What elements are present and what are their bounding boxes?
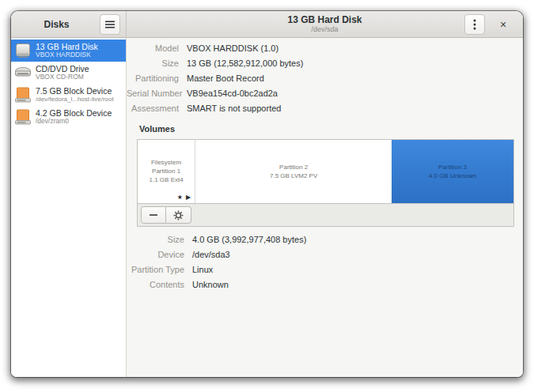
window-body: 13 GB Hard Disk VBOX HARDDISK CD/DVD Dri bbox=[11, 38, 523, 377]
info-label: Partition Type bbox=[127, 265, 184, 275]
partition-line: 1.1 GB Ext4 bbox=[150, 176, 184, 184]
partition-flags-icons: ★ ▶ bbox=[177, 194, 192, 202]
partition-2[interactable]: Partition 2 7.5 GB LVM2 PV bbox=[195, 140, 392, 203]
delete-partition-button[interactable] bbox=[141, 206, 166, 224]
partition-1[interactable]: Filesystem Partition 1 1.1 GB Ext4 ★ ▶ bbox=[138, 140, 195, 203]
drive-info-grid: Model VBOX HARDDISK (1.0) Size 13 GB (12… bbox=[127, 43, 523, 114]
serial-number-value: VB9ea154cd-0bc2ad2a bbox=[187, 89, 523, 99]
header-bar: Disks 13 GB Hard Disk /dev/sda bbox=[11, 11, 523, 38]
device-path-value: /dev/sda3 bbox=[192, 250, 523, 260]
sidebar-item-block-device-7-5[interactable]: 7.5 GB Block Device /dev/fedora_l...host… bbox=[11, 84, 126, 106]
device-subtitle: VBOX HARDDISK bbox=[36, 51, 98, 59]
info-label: Partitioning bbox=[127, 74, 179, 84]
info-label: Device bbox=[127, 250, 184, 260]
drive-details-pane: Model VBOX HARDDISK (1.0) Size 13 GB (12… bbox=[127, 38, 523, 377]
assessment-value: SMART is not supported bbox=[187, 104, 523, 114]
info-label: Size bbox=[127, 235, 184, 245]
partition-diagram: Filesystem Partition 1 1.1 GB Ext4 ★ ▶ P… bbox=[137, 139, 514, 204]
sidebar-item-text: 7.5 GB Block Device /dev/fedora_l...host… bbox=[36, 86, 114, 103]
sidebar-item-text: CD/DVD Drive VBOX CD-ROM bbox=[36, 64, 89, 81]
partition-line: 4.0 GB Unknown bbox=[429, 172, 476, 180]
block-device-icon bbox=[13, 85, 32, 104]
partition-line: Partition 1 bbox=[152, 168, 180, 175]
drive-header: 13 GB Hard Disk /dev/sda × bbox=[127, 11, 523, 37]
size-value: 13 GB (12,582,912,000 bytes) bbox=[187, 58, 523, 69]
sidebar-header: Disks bbox=[11, 11, 127, 37]
info-label: Assessment bbox=[127, 104, 179, 114]
device-subtitle: VBOX CD-ROM bbox=[36, 74, 89, 81]
model-value: VBOX HARDDISK (1.0) bbox=[187, 43, 523, 54]
sidebar-item-block-device-4-2[interactable]: 4.2 GB Block Device /dev/zram0 bbox=[11, 106, 126, 128]
device-title: 4.2 GB Block Device bbox=[36, 108, 112, 118]
window-title: 13 GB Hard Disk bbox=[287, 14, 362, 25]
drive-menu-button[interactable] bbox=[464, 14, 485, 35]
app-title: Disks bbox=[44, 19, 69, 30]
minus-icon bbox=[150, 211, 157, 219]
hard-disk-icon bbox=[13, 41, 32, 60]
info-label: Model bbox=[127, 43, 179, 54]
partitioning-value: Master Boot Record bbox=[187, 74, 523, 84]
sidebar-item-text: 4.2 GB Block Device /dev/zram0 bbox=[36, 108, 112, 126]
sidebar-item-text: 13 GB Hard Disk VBOX HARDDISK bbox=[36, 42, 98, 59]
sidebar-item-hard-disk[interactable]: 13 GB Hard Disk VBOX HARDDISK bbox=[11, 40, 126, 62]
device-subtitle: /dev/zram0 bbox=[36, 118, 112, 126]
partition-line: Partition 2 bbox=[279, 164, 308, 172]
partition-options-button[interactable] bbox=[166, 206, 191, 224]
window-subtitle: /dev/sda bbox=[287, 25, 362, 34]
block-device-icon bbox=[13, 107, 32, 126]
drive-title-block: 13 GB Hard Disk /dev/sda bbox=[287, 14, 362, 34]
app-menu-button[interactable] bbox=[100, 14, 120, 35]
volumes-toolbar bbox=[137, 204, 514, 227]
volume-size-value: 4.0 GB (3,992,977,408 bytes) bbox=[192, 235, 523, 245]
volume-info-grid: Size 4.0 GB (3,992,977,408 bytes) Device… bbox=[127, 235, 523, 290]
device-subtitle: /dev/fedora_l...host-live/root bbox=[36, 96, 114, 103]
partition-3[interactable]: Partition 3 4.0 GB Unknown bbox=[392, 140, 513, 203]
info-label: Size bbox=[127, 58, 179, 69]
partition-actions-group bbox=[141, 206, 191, 224]
partition-line: 7.5 GB LVM2 PV bbox=[270, 172, 317, 180]
volumes-heading: Volumes bbox=[139, 124, 523, 134]
volumes-widget: Filesystem Partition 1 1.1 GB Ext4 ★ ▶ P… bbox=[137, 139, 514, 227]
contents-value: Unknown bbox=[192, 280, 523, 290]
sidebar-item-cd-dvd[interactable]: CD/DVD Drive VBOX CD-ROM bbox=[11, 62, 126, 84]
info-label: Serial Number bbox=[127, 89, 179, 99]
partition-type-value: Linux bbox=[192, 265, 523, 275]
disks-app-window: Disks 13 GB Hard Disk /dev/sda bbox=[11, 11, 523, 377]
device-title: 7.5 GB Block Device bbox=[36, 86, 114, 96]
partition-line: Partition 3 bbox=[438, 164, 467, 172]
partition-line: Filesystem bbox=[151, 159, 181, 167]
device-title: CD/DVD Drive bbox=[36, 64, 89, 74]
close-button[interactable]: × bbox=[494, 15, 513, 34]
info-label: Contents bbox=[127, 280, 184, 290]
device-title: 13 GB Hard Disk bbox=[36, 42, 98, 51]
close-icon: × bbox=[500, 19, 506, 30]
hamburger-menu-icon bbox=[105, 21, 115, 28]
optical-drive-icon bbox=[13, 63, 32, 82]
kebab-menu-icon bbox=[473, 19, 476, 30]
device-list: 13 GB Hard Disk VBOX HARDDISK CD/DVD Dri bbox=[11, 38, 127, 377]
gear-icon bbox=[173, 210, 184, 220]
